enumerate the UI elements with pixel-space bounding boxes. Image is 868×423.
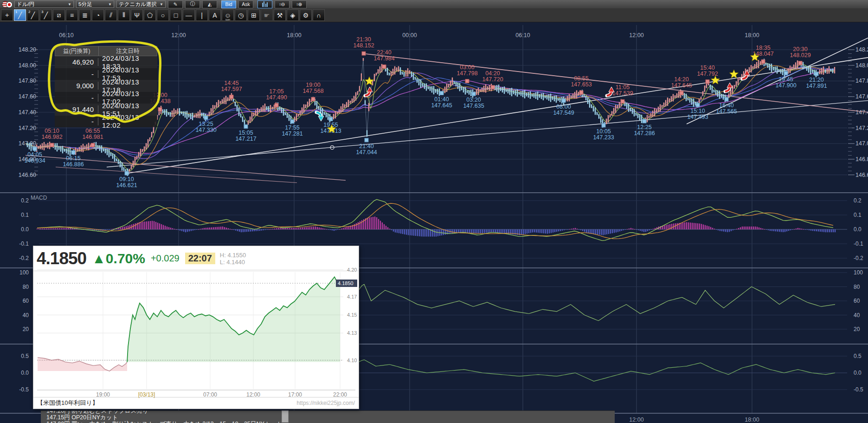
trendline-tool-3[interactable]: ╱3 — [40, 9, 52, 21]
pitchfork-tool[interactable]: Ψ — [131, 9, 143, 21]
time-axis-label: 00:00 — [402, 32, 417, 39]
time-axis-label: 12:00 — [629, 32, 643, 39]
annotation-price: 148.029 — [790, 52, 810, 59]
annotation-price: 147.493 — [687, 114, 708, 120]
fan-lines-tool[interactable]: ⫽ — [105, 9, 117, 21]
fan-lines-tool-icon: ⫽ — [109, 11, 112, 19]
price-axis-label: 147.60 — [19, 93, 36, 100]
zoom-in-icon: ⊕ — [298, 1, 302, 7]
oscillator2-axis-label: 0.5 — [21, 353, 29, 359]
pan-hand-tool-icon: ☛ — [264, 12, 270, 19]
trendline-tool-3-icon: ╱ — [44, 12, 48, 19]
trendline-tool-1-icon: ╱ — [18, 12, 22, 19]
annotation-time: 21:30 — [356, 36, 371, 43]
time-axis-label: 06:10 — [515, 32, 530, 39]
orders-table: 益(円換算) 注文日時 46,9202024/03/13 18:33-2024/… — [55, 46, 157, 127]
chevron-down-icon: ▼ — [160, 2, 163, 7]
annotation-time: 10:05 — [596, 128, 611, 135]
news-item[interactable]: 147.15円 OP20日NYカット — [41, 414, 615, 421]
annotation-time: 12:25 — [637, 124, 651, 130]
yield-source-link[interactable]: https://nikkei225jp.com/ — [297, 400, 355, 406]
macd-axis-label: 0.2 — [854, 197, 862, 204]
oscillator-axis-label: 20 — [854, 326, 860, 332]
orders-table-body: 46,9202024/03/13 18:33-2024/03/13 17:539… — [55, 56, 157, 127]
order-row[interactable]: -2024/03/13 12:02 — [55, 116, 157, 128]
annotation-price: 148.152 — [353, 42, 374, 49]
annotation-time: 14:20 — [674, 76, 688, 83]
trendline-tool-1[interactable]: ╱1 — [14, 9, 26, 21]
vertical-lines-tool[interactable]: ⫴ — [118, 9, 130, 21]
time-shift-tool[interactable]: ◷ — [235, 9, 247, 21]
technical-selector-value: テクニカル選択 — [119, 1, 157, 8]
gauge-tool[interactable]: ◔ — [92, 9, 104, 21]
order-profit: - — [55, 70, 98, 78]
price-axis-label: 147.20 — [855, 125, 868, 131]
settings-list-tool[interactable]: ⚙ — [300, 9, 312, 21]
candle-style-button[interactable] — [257, 0, 272, 8]
parallel-lines-tool[interactable]: ≡ — [66, 9, 78, 21]
annotation-time: 09:10 — [119, 176, 134, 182]
area-chart-button[interactable]: ◭ — [202, 0, 217, 8]
wrench-tool[interactable]: ⚒ — [274, 9, 286, 21]
annotation-time: 11:05 — [616, 84, 630, 91]
zoom-out-button[interactable]: ↕⊖ — [275, 0, 289, 8]
annotation-price: 147.233 — [593, 134, 614, 141]
currency-pair-flag-icon — [2, 1, 12, 7]
annotation-time: 17:05 — [269, 88, 283, 95]
trendline-tool-2[interactable]: ╱2 — [27, 9, 39, 21]
yield-high: H: 4.1550 — [220, 252, 246, 259]
info-icon: ⓘ — [190, 1, 195, 7]
annotation-time: 17:55 — [285, 124, 299, 131]
trendline-tool-2-icon: ╱ — [31, 12, 35, 19]
crosshair-tool[interactable]: ＋ — [1, 9, 13, 21]
pan-hand-tool[interactable]: ☛ — [261, 9, 273, 21]
info-button[interactable]: ⓘ — [185, 0, 200, 8]
annotation-time: 19:00 — [306, 82, 320, 88]
icon-stamp-tool[interactable]: ☺icon — [222, 9, 234, 21]
annotation-price: 147.044 — [356, 149, 377, 156]
ask-button[interactable]: Ask — [238, 0, 253, 8]
annotation-time: 18:35 — [756, 45, 770, 51]
price-axis-label: 147.20 — [19, 125, 36, 131]
zoom-in-button[interactable]: ↕⊕ — [292, 0, 307, 8]
eraser-tool[interactable]: ◈ — [287, 9, 299, 21]
multi-lines-tool[interactable]: ≣ — [79, 9, 91, 21]
annotation-time: 15:40 — [700, 65, 714, 71]
pair-selector[interactable]: ドル/円 ▼ — [14, 0, 74, 8]
annotation-price: 146.621 — [116, 182, 137, 189]
drawing-toolbar: ＋╱1╱2╱3⧄≡≣◔⫽⫴Ψ⬠○□—|A☺icon◷⊞☛⚒◈⚙∩ — [0, 8, 868, 22]
news-item[interactable]: 147.00円 買い・大きめ・割り込むとストップ売り・大きめ 3/13・15・1… — [41, 421, 615, 423]
news-item[interactable]: 147.20円 割り込むとストップロス売り — [41, 410, 615, 414]
bid-button[interactable]: Bid — [221, 0, 236, 8]
magnet-tool[interactable]: ∩ — [313, 9, 325, 21]
crosshair-tool-icon: ＋ — [4, 11, 10, 20]
annotation-time: 08:00 — [556, 104, 571, 110]
text-tool[interactable]: A — [209, 9, 221, 21]
parallel-lines-tool-icon: ≡ — [70, 12, 74, 19]
vline-tool[interactable]: | — [196, 9, 208, 21]
ruler-tool-icon: ⧄ — [57, 11, 61, 19]
duplicate-tool[interactable]: ⊞ — [248, 9, 260, 21]
pentagon-tool[interactable]: ⬠ — [144, 9, 156, 21]
annotation-price: 147.984 — [373, 55, 394, 62]
annotation-time: 04:20 — [485, 70, 500, 77]
ruler-tool[interactable]: ⧄ — [53, 9, 65, 21]
pencil-icon: ✎ — [174, 1, 178, 7]
technical-selector[interactable]: テクニカル選択 ▼ — [116, 0, 166, 8]
annotation-time: 20:30 — [793, 46, 807, 52]
annotation-time: 15:05 — [238, 130, 253, 136]
hline-tool[interactable]: — — [183, 9, 195, 21]
price-axis-label: 147.80 — [855, 78, 868, 84]
yield-axis-label: 4.10 — [347, 358, 357, 363]
annotation-price: 146.934 — [24, 157, 45, 164]
rectangle-tool[interactable]: □ — [170, 9, 182, 21]
annotation-price: 147.490 — [266, 94, 287, 101]
draw-pencil-button[interactable]: ✎ — [168, 0, 183, 8]
yield-quote-popup[interactable]: 19:00[03/13]07:0012:0017:0022:004.204.17… — [33, 246, 359, 409]
news-scrollbar[interactable] — [282, 410, 289, 423]
timeframe-selector[interactable]: 5分足 ▼ — [76, 0, 114, 8]
oscillator-axis-label: 100 — [19, 269, 29, 276]
candle-chart-icon — [262, 1, 268, 7]
price-axis-label: 148.20 — [19, 46, 36, 53]
circle-tool[interactable]: ○ — [157, 9, 169, 21]
